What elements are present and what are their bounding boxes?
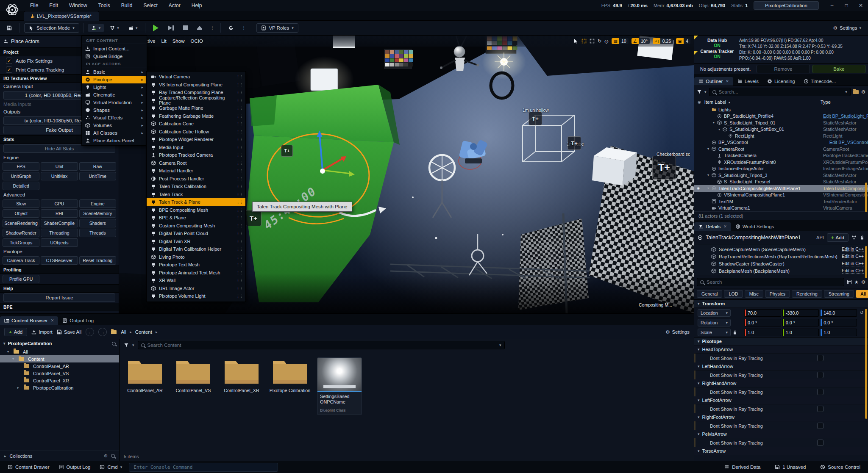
checkbox[interactable]: ✓ xyxy=(6,66,12,73)
checkbox[interactable]: ✓ xyxy=(6,58,12,64)
menu-tools[interactable]: Tools xyxy=(93,0,116,11)
tree-item-all[interactable]: ▾All xyxy=(0,348,119,355)
gear-icon[interactable]: ⚙ xyxy=(861,279,865,285)
submenu-item[interactable]: Pixotope Volume Light⋮⋮ xyxy=(147,292,245,300)
stat-button[interactable]: Slow xyxy=(3,199,39,208)
component-row[interactable]: RayTracedReflectionsMesh (RayTracedRefle… xyxy=(694,253,868,260)
expander-icon[interactable]: ▾ xyxy=(7,350,11,354)
transform-value-input[interactable]: 140.0 xyxy=(820,309,857,317)
drag-handle-icon[interactable]: ⋮⋮ xyxy=(236,255,243,259)
transform-value-input[interactable]: -330.0 xyxy=(782,309,819,317)
outliner-row[interactable]: BP_VSControlEdit BP_VSControl xyxy=(694,139,868,146)
stat-button[interactable]: UnitMax xyxy=(41,172,78,180)
outliner-row[interactable]: BP_StudioLight_Profile4Edit BP_StudioLig… xyxy=(694,113,868,120)
stat-button[interactable]: SceneRendering xyxy=(3,219,39,227)
drag-handle-icon[interactable]: ⋮⋮ xyxy=(236,145,243,149)
stat-button[interactable]: CTSReceiver xyxy=(41,256,78,265)
tab-world-settings[interactable]: World Settings xyxy=(731,222,779,231)
world-space-icon[interactable]: ◎ xyxy=(604,39,609,44)
snap-control[interactable]: ∠10° xyxy=(632,38,650,44)
tree-item-pixotopecalibration[interactable]: ▸PixotopeCalibration xyxy=(0,384,119,391)
transform-value-input[interactable]: 0.0 ° xyxy=(820,319,857,326)
statusbar-cmd[interactable]: Cmd▾ xyxy=(96,463,125,471)
submenu-item[interactable]: Living Photo⋮⋮ xyxy=(147,253,245,261)
eye-column-icon[interactable]: ◉ xyxy=(698,100,701,104)
submenu-item[interactable]: VS Internal Compositing Plane⋮⋮ xyxy=(147,81,245,89)
outliner-row[interactable]: VSInternalCompositingPlane1VSInternalCom… xyxy=(694,192,868,199)
stat-button[interactable]: Profile GPU xyxy=(3,275,39,283)
talent-sprite[interactable]: T+ xyxy=(245,210,262,226)
drag-handle-icon[interactable]: ⋮⋮ xyxy=(236,137,243,141)
stat-button[interactable]: FPS xyxy=(3,162,39,171)
outliner-row[interactable]: ◉▾TalenTrackCompositingMeshWithPlane1Tal… xyxy=(694,185,868,192)
stat-button[interactable]: TickGroups xyxy=(3,238,39,247)
search-icon[interactable] xyxy=(112,342,116,346)
drag-handle-icon[interactable]: ⋮⋮ xyxy=(236,161,243,165)
close-icon[interactable]: ✕ xyxy=(51,318,54,323)
submenu-item[interactable]: Pixotope Text Mesh⋮⋮ xyxy=(147,261,245,269)
checkbox[interactable] xyxy=(817,406,823,412)
submenu-item[interactable]: Talen Track & Plane⋮⋮ xyxy=(147,198,245,206)
drag-handle-icon[interactable]: ⋮⋮ xyxy=(236,231,243,235)
components-scrollbar[interactable] xyxy=(865,246,867,278)
column-item-label[interactable]: Item Label xyxy=(704,100,726,105)
menu-window[interactable]: Window xyxy=(64,0,93,11)
stat-button[interactable]: GPU xyxy=(41,199,78,208)
panel-button[interactable]: Hide All Stats xyxy=(3,144,115,153)
column-type-label[interactable]: Type xyxy=(821,100,865,105)
submenu-item[interactable]: Digital Twin XR⋮⋮ xyxy=(147,238,245,246)
submenu-item[interactable]: BPE & Plane⋮⋮ xyxy=(147,214,245,222)
panel-button[interactable]: Report Issue xyxy=(3,293,115,302)
expander-icon[interactable]: ▾ xyxy=(707,186,712,190)
drag-handle-icon[interactable]: ⋮⋮ xyxy=(236,216,243,220)
forward-button[interactable]: → xyxy=(98,328,107,336)
component-row[interactable]: BackplaneMesh (BackplaneMesh)Edit in C++ xyxy=(694,267,868,274)
submenu-item[interactable]: Virtual Camera⋮⋮ xyxy=(147,73,245,81)
search-icon[interactable] xyxy=(111,454,115,458)
details-scrollbar[interactable] xyxy=(865,309,867,419)
stat-button[interactable]: ShaderCompile xyxy=(41,219,78,227)
mode-selector[interactable]: Selection Mode ▾ xyxy=(24,23,79,33)
transform-value-input[interactable]: 70.0 xyxy=(744,309,781,317)
menu-item[interactable]: Cinematic▸ xyxy=(82,91,147,99)
content-folder[interactable]: ControlPanel_VS xyxy=(172,357,214,393)
drag-handle-icon[interactable]: ⋮⋮ xyxy=(236,122,243,126)
menu-item[interactable]: Virtual Production▸ xyxy=(82,99,147,106)
sources-header[interactable]: ▾ PixotopeCalibration xyxy=(0,339,119,348)
tree-item-content[interactable]: ▾Content xyxy=(0,355,119,362)
checkbox[interactable] xyxy=(817,372,823,378)
outliner-row[interactable]: ▾CameraRootCameraRoot xyxy=(694,146,868,152)
submenu-item[interactable]: Talen Track Calibration⋮⋮ xyxy=(147,183,245,191)
stat-button[interactable]: Shaders xyxy=(79,219,116,227)
transform-value-input[interactable]: 1.0 xyxy=(782,329,819,336)
stat-button[interactable]: UObjects xyxy=(41,238,78,247)
content-folder[interactable]: ControlPanel_XR xyxy=(220,357,263,393)
arrow-section-header[interactable]: ▾LeftHandArrow xyxy=(694,362,868,371)
transform-value-input[interactable]: 1.0 xyxy=(744,329,781,336)
outliner-row[interactable]: ▾S_StudioLight_SoftBox_01StaticMeshActor xyxy=(694,126,868,133)
tab-timecode-[interactable]: Timecode... xyxy=(799,77,840,86)
tab-details[interactable]: Details✕ xyxy=(694,222,731,231)
drag-handle-icon[interactable]: ⋮⋮ xyxy=(236,153,243,157)
transform-value-input[interactable]: 1.0 xyxy=(820,329,857,336)
expander-icon[interactable]: ▾ xyxy=(707,173,712,177)
cinematics-button[interactable]: ▾ xyxy=(125,24,141,32)
outliner-search-input[interactable]: Search... ▾ xyxy=(709,88,851,96)
edit-in-cpp-link[interactable]: Edit in C++ xyxy=(842,254,864,259)
drag-handle-icon[interactable]: ⋮⋮ xyxy=(236,239,243,243)
stat-button[interactable]: Threads xyxy=(79,229,116,237)
transform-axis-selector[interactable]: Location▾ xyxy=(698,309,731,317)
pointer-icon[interactable] xyxy=(573,39,579,44)
drag-handle-icon[interactable]: ⋮⋮ xyxy=(236,98,243,102)
drag-handle-icon[interactable]: ⋮⋮ xyxy=(236,184,243,188)
arrow-section-header[interactable]: ▾HeadTopArrow xyxy=(694,346,868,354)
content-search-input[interactable]: Search Content ▾ xyxy=(138,341,505,349)
outliner-row[interactable]: ▾S_StudioLight_Tripod_01StaticMeshActor xyxy=(694,119,868,126)
menu-item[interactable]: Place Actors Panel xyxy=(82,137,147,144)
stop-button[interactable] xyxy=(180,24,191,32)
edit-in-cpp-link[interactable]: Edit in C++ xyxy=(842,246,864,252)
edit-in-cpp-link[interactable]: Edit in C++ xyxy=(842,268,864,274)
arrow-section-header[interactable]: ▾PelvisArrow xyxy=(694,430,868,438)
component-row[interactable]: SceneCaptureMesh (SceneCaptureMesh)Edit … xyxy=(694,246,868,253)
menu-build[interactable]: Build xyxy=(116,0,138,11)
